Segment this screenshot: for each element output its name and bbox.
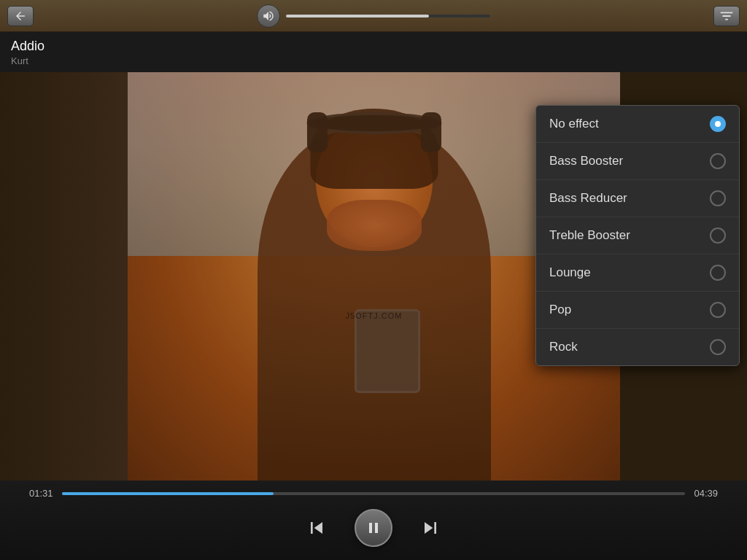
total-time: 04:39 <box>692 488 718 499</box>
watermark: J5OFTJ.COM <box>346 311 403 320</box>
prev-icon <box>305 516 328 540</box>
main-content: J5OFTJ.COM No effectBass BoosterBass Red… <box>0 72 747 481</box>
radio-circle <box>710 228 726 244</box>
volume-fill <box>286 15 429 18</box>
bottom-bar: 01:31 04:39 <box>0 481 747 560</box>
progress-bar[interactable] <box>62 492 685 495</box>
eq-item-label: No effect <box>549 117 599 131</box>
left-sidebar <box>0 72 128 481</box>
track-title: Addio <box>11 39 736 54</box>
radio-circle <box>710 153 726 169</box>
track-info: Addio Kurt <box>0 32 747 72</box>
radio-circle <box>710 302 726 318</box>
eq-item-no-effect[interactable]: No effect <box>536 106 739 143</box>
eq-item-lounge[interactable]: Lounge <box>536 254 739 292</box>
back-icon <box>14 9 27 23</box>
prev-button[interactable] <box>301 512 333 544</box>
radio-circle <box>710 265 726 281</box>
volume-control <box>257 4 490 28</box>
radio-circle <box>710 190 726 206</box>
progress-fill <box>62 492 274 495</box>
eq-item-label: Pop <box>549 303 571 317</box>
progress-area: 01:31 04:39 <box>0 481 747 503</box>
eq-item-label: Lounge <box>549 265 591 280</box>
eq-item-label: Rock <box>549 340 578 354</box>
equalizer-button[interactable] <box>713 6 740 26</box>
eq-item-label: Bass Reducer <box>549 191 627 206</box>
radio-circle <box>710 116 726 132</box>
eq-items-list: No effectBass BoosterBass ReducerTreble … <box>536 106 739 365</box>
next-icon <box>419 516 442 540</box>
equalizer-icon <box>719 8 735 24</box>
back-button[interactable] <box>7 6 34 26</box>
eq-item-rock[interactable]: Rock <box>536 329 739 365</box>
pause-icon <box>365 519 382 537</box>
next-button[interactable] <box>414 512 446 544</box>
track-subtitle: Kurt <box>11 55 736 66</box>
eq-item-pop[interactable]: Pop <box>536 292 739 329</box>
playback-controls <box>301 509 446 547</box>
eq-item-label: Bass Booster <box>549 154 623 168</box>
eq-item-label: Treble Booster <box>549 228 630 243</box>
current-time: 01:31 <box>29 488 55 499</box>
volume-slider[interactable] <box>286 15 490 18</box>
top-bar <box>0 0 747 32</box>
eq-item-bass-reducer[interactable]: Bass Reducer <box>536 180 739 217</box>
volume-icon <box>262 9 275 23</box>
volume-icon-button[interactable] <box>257 4 280 28</box>
eq-item-bass-booster[interactable]: Bass Booster <box>536 143 739 180</box>
radio-circle <box>710 339 726 355</box>
eq-item-treble-booster[interactable]: Treble Booster <box>536 217 739 254</box>
eq-dropdown: No effectBass BoosterBass ReducerTreble … <box>535 105 740 366</box>
pause-button[interactable] <box>355 509 392 547</box>
